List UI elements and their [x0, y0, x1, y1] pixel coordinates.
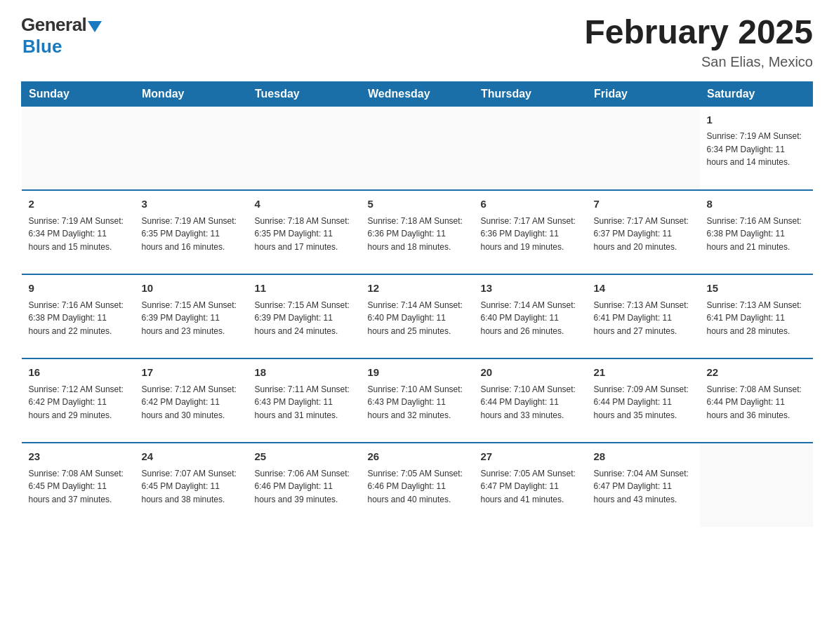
calendar-week-4: 16Sunrise: 7:12 AM Sunset: 6:42 PM Dayli…	[22, 358, 813, 443]
day-number: 6	[481, 196, 580, 213]
calendar-cell: 15Sunrise: 7:13 AM Sunset: 6:41 PM Dayli…	[700, 274, 813, 358]
day-info: Sunrise: 7:18 AM Sunset: 6:35 PM Dayligh…	[255, 215, 354, 254]
calendar-cell: 8Sunrise: 7:16 AM Sunset: 6:38 PM Daylig…	[700, 190, 813, 274]
day-info: Sunrise: 7:19 AM Sunset: 6:34 PM Dayligh…	[29, 215, 128, 254]
calendar-cell	[587, 106, 700, 190]
calendar-cell: 10Sunrise: 7:15 AM Sunset: 6:39 PM Dayli…	[135, 274, 248, 358]
calendar-cell: 7Sunrise: 7:17 AM Sunset: 6:37 PM Daylig…	[587, 190, 700, 274]
calendar-cell: 24Sunrise: 7:07 AM Sunset: 6:45 PM Dayli…	[135, 443, 248, 527]
calendar-cell: 22Sunrise: 7:08 AM Sunset: 6:44 PM Dayli…	[700, 358, 813, 443]
day-info: Sunrise: 7:10 AM Sunset: 6:43 PM Dayligh…	[368, 383, 467, 422]
calendar-cell: 25Sunrise: 7:06 AM Sunset: 6:46 PM Dayli…	[248, 443, 361, 527]
calendar-cell: 26Sunrise: 7:05 AM Sunset: 6:46 PM Dayli…	[361, 443, 474, 527]
month-title: February 2025	[584, 14, 813, 51]
day-number: 16	[29, 365, 128, 381]
day-number: 23	[29, 449, 128, 465]
calendar-cell: 4Sunrise: 7:18 AM Sunset: 6:35 PM Daylig…	[248, 190, 361, 274]
calendar-cell: 23Sunrise: 7:08 AM Sunset: 6:45 PM Dayli…	[22, 443, 135, 527]
calendar-cell: 5Sunrise: 7:18 AM Sunset: 6:36 PM Daylig…	[361, 190, 474, 274]
day-info: Sunrise: 7:15 AM Sunset: 6:39 PM Dayligh…	[255, 299, 354, 338]
calendar-week-1: 1Sunrise: 7:19 AM Sunset: 6:34 PM Daylig…	[22, 106, 813, 190]
day-info: Sunrise: 7:13 AM Sunset: 6:41 PM Dayligh…	[707, 299, 806, 338]
day-number: 5	[368, 196, 467, 213]
logo: General Blue	[21, 14, 102, 58]
day-info: Sunrise: 7:05 AM Sunset: 6:46 PM Dayligh…	[368, 467, 467, 507]
calendar-cell: 12Sunrise: 7:14 AM Sunset: 6:40 PM Dayli…	[361, 274, 474, 358]
calendar-cell: 27Sunrise: 7:05 AM Sunset: 6:47 PM Dayli…	[474, 443, 587, 527]
day-info: Sunrise: 7:16 AM Sunset: 6:38 PM Dayligh…	[29, 299, 128, 338]
col-friday: Friday	[587, 81, 700, 106]
calendar-cell: 3Sunrise: 7:19 AM Sunset: 6:35 PM Daylig…	[135, 190, 248, 274]
logo-arrow-icon	[88, 21, 102, 32]
calendar-cell	[135, 106, 248, 190]
day-number: 22	[707, 365, 806, 381]
day-info: Sunrise: 7:12 AM Sunset: 6:42 PM Dayligh…	[142, 383, 241, 422]
calendar-week-2: 2Sunrise: 7:19 AM Sunset: 6:34 PM Daylig…	[22, 190, 813, 274]
day-number: 13	[481, 281, 580, 297]
day-number: 28	[594, 449, 693, 465]
day-info: Sunrise: 7:10 AM Sunset: 6:44 PM Dayligh…	[481, 383, 580, 422]
calendar-cell: 21Sunrise: 7:09 AM Sunset: 6:44 PM Dayli…	[587, 358, 700, 443]
day-number: 25	[255, 449, 354, 465]
col-saturday: Saturday	[700, 81, 813, 106]
day-info: Sunrise: 7:19 AM Sunset: 6:34 PM Dayligh…	[707, 130, 806, 169]
calendar-cell: 17Sunrise: 7:12 AM Sunset: 6:42 PM Dayli…	[135, 358, 248, 443]
calendar-cell: 18Sunrise: 7:11 AM Sunset: 6:43 PM Dayli…	[248, 358, 361, 443]
day-number: 2	[29, 196, 128, 213]
calendar-cell: 20Sunrise: 7:10 AM Sunset: 6:44 PM Dayli…	[474, 358, 587, 443]
day-info: Sunrise: 7:15 AM Sunset: 6:39 PM Dayligh…	[142, 299, 241, 338]
logo-blue-text: Blue	[22, 36, 62, 58]
day-info: Sunrise: 7:19 AM Sunset: 6:35 PM Dayligh…	[142, 215, 241, 254]
day-number: 20	[481, 365, 580, 381]
day-number: 9	[29, 281, 128, 297]
day-info: Sunrise: 7:05 AM Sunset: 6:47 PM Dayligh…	[481, 467, 580, 507]
calendar-cell: 14Sunrise: 7:13 AM Sunset: 6:41 PM Dayli…	[587, 274, 700, 358]
calendar-cell	[22, 106, 135, 190]
day-info: Sunrise: 7:16 AM Sunset: 6:38 PM Dayligh…	[707, 215, 806, 254]
calendar-cell	[700, 443, 813, 527]
day-number: 3	[142, 196, 241, 213]
calendar-cell: 6Sunrise: 7:17 AM Sunset: 6:36 PM Daylig…	[474, 190, 587, 274]
calendar-week-3: 9Sunrise: 7:16 AM Sunset: 6:38 PM Daylig…	[22, 274, 813, 358]
day-info: Sunrise: 7:17 AM Sunset: 6:37 PM Dayligh…	[594, 215, 693, 254]
header-row: Sunday Monday Tuesday Wednesday Thursday…	[22, 81, 813, 106]
day-number: 21	[594, 365, 693, 381]
day-number: 12	[368, 281, 467, 297]
col-thursday: Thursday	[474, 81, 587, 106]
day-number: 26	[368, 449, 467, 465]
logo-general-text: General	[21, 14, 86, 36]
day-info: Sunrise: 7:06 AM Sunset: 6:46 PM Dayligh…	[255, 467, 354, 507]
day-number: 18	[255, 365, 354, 381]
calendar-cell: 16Sunrise: 7:12 AM Sunset: 6:42 PM Dayli…	[22, 358, 135, 443]
day-number: 11	[255, 281, 354, 297]
calendar-cell: 2Sunrise: 7:19 AM Sunset: 6:34 PM Daylig…	[22, 190, 135, 274]
day-number: 4	[255, 196, 354, 213]
col-wednesday: Wednesday	[361, 81, 474, 106]
day-info: Sunrise: 7:04 AM Sunset: 6:47 PM Dayligh…	[594, 467, 693, 507]
day-info: Sunrise: 7:08 AM Sunset: 6:45 PM Dayligh…	[29, 467, 128, 507]
day-info: Sunrise: 7:18 AM Sunset: 6:36 PM Dayligh…	[368, 215, 467, 254]
day-info: Sunrise: 7:14 AM Sunset: 6:40 PM Dayligh…	[481, 299, 580, 338]
calendar-table: Sunday Monday Tuesday Wednesday Thursday…	[21, 81, 813, 528]
day-number: 8	[707, 196, 806, 213]
day-number: 10	[142, 281, 241, 297]
day-info: Sunrise: 7:14 AM Sunset: 6:40 PM Dayligh…	[368, 299, 467, 338]
day-info: Sunrise: 7:07 AM Sunset: 6:45 PM Dayligh…	[142, 467, 241, 507]
day-info: Sunrise: 7:17 AM Sunset: 6:36 PM Dayligh…	[481, 215, 580, 254]
day-number: 1	[707, 112, 806, 128]
day-info: Sunrise: 7:13 AM Sunset: 6:41 PM Dayligh…	[594, 299, 693, 338]
calendar-cell: 13Sunrise: 7:14 AM Sunset: 6:40 PM Dayli…	[474, 274, 587, 358]
calendar-week-5: 23Sunrise: 7:08 AM Sunset: 6:45 PM Dayli…	[22, 443, 813, 527]
calendar-cell: 19Sunrise: 7:10 AM Sunset: 6:43 PM Dayli…	[361, 358, 474, 443]
day-info: Sunrise: 7:11 AM Sunset: 6:43 PM Dayligh…	[255, 383, 354, 422]
calendar-cell: 1Sunrise: 7:19 AM Sunset: 6:34 PM Daylig…	[700, 106, 813, 190]
page-header: General Blue February 2025 San Elias, Me…	[21, 14, 813, 70]
day-number: 27	[481, 449, 580, 465]
day-info: Sunrise: 7:09 AM Sunset: 6:44 PM Dayligh…	[594, 383, 693, 422]
calendar-cell	[248, 106, 361, 190]
day-number: 24	[142, 449, 241, 465]
day-info: Sunrise: 7:08 AM Sunset: 6:44 PM Dayligh…	[707, 383, 806, 422]
day-number: 19	[368, 365, 467, 381]
title-area: February 2025 San Elias, Mexico	[584, 14, 813, 70]
calendar-cell	[474, 106, 587, 190]
